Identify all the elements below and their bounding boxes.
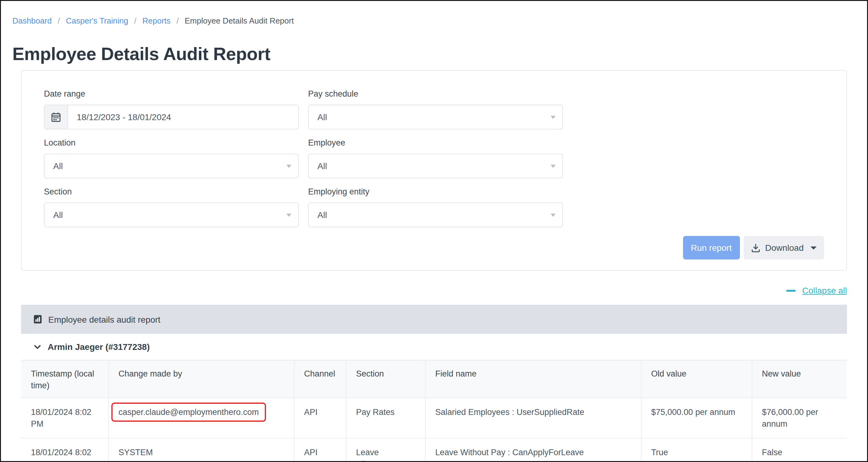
page: Dashboard / Casper's Training / Reports … <box>0 0 868 462</box>
breadcrumb-separator: / <box>58 16 60 25</box>
col-header-timestamp: Timestamp (local time) <box>21 360 108 398</box>
change-made-by-value: casper.claude@employmenthero.com <box>119 407 259 417</box>
breadcrumb-link-business[interactable]: Casper's Training <box>66 16 128 25</box>
employing-entity-field: Employing entity All <box>308 187 563 227</box>
filter-panel: Date range <box>21 70 847 271</box>
table-row: 18/01/2024 8:02 PM SYSTEM API Leave Allo… <box>21 438 847 462</box>
col-header-old-value: Old value <box>641 360 752 398</box>
employee-field: Employee All <box>308 138 563 178</box>
breadcrumb: Dashboard / Casper's Training / Reports … <box>0 0 868 25</box>
location-label: Location <box>44 138 299 148</box>
section-label: Section <box>44 187 299 197</box>
report-section: Employee details audit report Armin Jaeg… <box>21 305 847 462</box>
chevron-down-icon <box>33 343 41 351</box>
pay-schedule-field: Pay schedule All <box>308 89 563 129</box>
calendar-icon <box>44 105 68 129</box>
table-header-row: Timestamp (local time) Change made by Ch… <box>21 360 847 398</box>
annotation-highlight-box: casper.claude@employmenthero.com <box>111 403 266 422</box>
chevron-down-icon <box>286 165 291 168</box>
chevron-down-icon <box>551 116 556 119</box>
col-header-change-made-by: Change made by <box>108 360 294 398</box>
download-label: Download <box>765 243 804 253</box>
employee-select[interactable]: All <box>308 153 563 178</box>
cell-old-value: True <box>641 438 752 462</box>
location-select[interactable]: All <box>44 153 299 178</box>
employee-value: All <box>317 161 327 171</box>
location-field: Location All <box>44 138 299 178</box>
breadcrumb-separator: / <box>177 16 179 25</box>
cell-field-name: Salaried Employees : UserSuppliedRate <box>425 398 641 438</box>
download-icon <box>751 243 760 252</box>
cell-change-made-by: SYSTEM <box>108 438 294 462</box>
breadcrumb-link-dashboard[interactable]: Dashboard <box>12 16 52 25</box>
cell-change-made-by: casper.claude@employmenthero.com <box>108 398 294 438</box>
pay-schedule-select[interactable]: All <box>308 105 563 129</box>
date-range-input[interactable]: 18/12/2023 - 18/01/2024 <box>44 105 299 129</box>
chevron-down-icon <box>810 246 817 249</box>
cell-channel: API <box>294 398 346 438</box>
collapse-all-row: Collapse all <box>21 286 847 295</box>
cell-timestamp: 18/01/2024 8:02 PM <box>21 398 108 438</box>
employee-group-label: Armin Jaeger (#3177238) <box>48 342 150 352</box>
cell-new-value: False <box>752 438 847 462</box>
filter-actions: Run report Download <box>44 236 824 259</box>
cell-field-name: Leave Without Pay : CanApplyForLeave <box>425 438 641 462</box>
col-header-channel: Channel <box>294 360 346 398</box>
cell-section: Leave Allowances <box>346 438 425 462</box>
chevron-down-icon <box>551 165 556 168</box>
col-header-field-name: Field name <box>425 360 641 398</box>
date-range-field: Date range <box>44 89 299 129</box>
employing-entity-label: Employing entity <box>308 187 563 197</box>
cell-new-value: $76,000.00 per annum <box>752 398 847 438</box>
audit-table: Timestamp (local time) Change made by Ch… <box>21 360 847 462</box>
location-value: All <box>53 161 63 171</box>
report-header-title: Employee details audit report <box>48 314 160 324</box>
cell-channel: API <box>294 438 346 462</box>
employee-group-row[interactable]: Armin Jaeger (#3177238) <box>21 334 847 360</box>
breadcrumb-separator: / <box>134 16 136 25</box>
section-value: All <box>53 210 63 220</box>
section-select[interactable]: All <box>44 203 299 227</box>
pay-schedule-value: All <box>317 112 327 122</box>
minus-icon <box>786 290 795 291</box>
date-range-value: 18/12/2023 - 18/01/2024 <box>68 112 171 122</box>
col-header-new-value: New value <box>752 360 847 398</box>
report-header: Employee details audit report <box>21 305 847 334</box>
pay-schedule-label: Pay schedule <box>308 89 563 99</box>
cell-section: Pay Rates <box>346 398 425 438</box>
employee-label: Employee <box>308 138 563 148</box>
employing-entity-select[interactable]: All <box>308 203 563 227</box>
cell-timestamp: 18/01/2024 8:02 PM <box>21 438 108 462</box>
breadcrumb-current: Employee Details Audit Report <box>185 16 294 25</box>
cell-old-value: $75,000.00 per annum <box>641 398 752 438</box>
page-title: Employee Details Audit Report <box>12 44 868 64</box>
chevron-down-icon <box>551 214 556 217</box>
table-row: 18/01/2024 8:02 PM casper.claude@employm… <box>21 398 847 438</box>
collapse-all-link[interactable]: Collapse all <box>802 286 847 295</box>
chevron-down-icon <box>286 214 291 217</box>
run-report-button[interactable]: Run report <box>683 236 740 259</box>
section-field: Section All <box>44 187 299 227</box>
employing-entity-value: All <box>317 210 327 220</box>
download-button[interactable]: Download <box>743 236 824 259</box>
date-range-label: Date range <box>44 89 299 99</box>
report-chart-icon <box>33 315 42 324</box>
col-header-section: Section <box>346 360 425 398</box>
breadcrumb-link-reports[interactable]: Reports <box>142 16 170 25</box>
